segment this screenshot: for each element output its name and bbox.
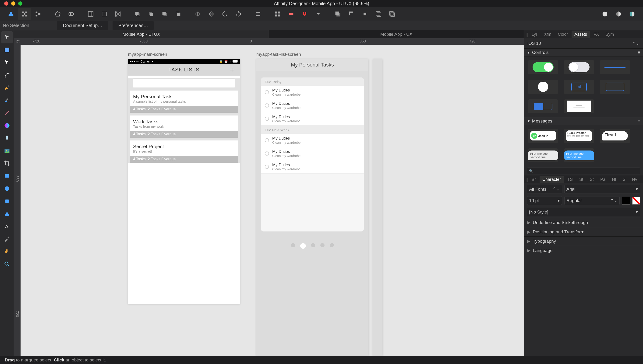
font-style-select[interactable]: [No Style]▾	[527, 208, 640, 216]
asset-message-detail[interactable]: • Jack PrestonFirst line goes can keep	[564, 129, 594, 143]
ruler-vertical[interactable]: 360 720	[14, 45, 21, 356]
close-window[interactable]	[4, 2, 9, 6]
place-image-tool-icon[interactable]	[2, 145, 13, 157]
dropdown-icon[interactable]: ⌃⌄	[632, 40, 640, 46]
app-logo-icon[interactable]	[5, 8, 17, 20]
assets-search-input[interactable]	[527, 168, 640, 174]
flip-horizontal-icon[interactable]	[192, 8, 204, 20]
view-mode-2-icon[interactable]	[612, 8, 625, 20]
toolbar-shape-icon[interactable]	[51, 8, 64, 20]
panel-tab[interactable]: Sym	[602, 30, 617, 38]
snap-bounds-icon[interactable]	[98, 8, 111, 20]
panel-tab[interactable]: Nv	[629, 176, 640, 184]
panel-tab[interactable]: Xfm	[541, 30, 554, 38]
text-bg-swatch[interactable]	[632, 197, 640, 205]
panel-tab[interactable]: Assets	[571, 30, 590, 38]
asset-switch-on[interactable]	[528, 60, 558, 74]
document-tab[interactable]: Mobile App - UI UX	[14, 30, 269, 38]
artboard-partial[interactable]	[373, 59, 382, 356]
panel-section[interactable]: ▶Language	[524, 246, 643, 255]
asset-chat-received[interactable]: First line goe second line	[528, 148, 558, 162]
preferences-button[interactable]: Preferences…	[113, 21, 154, 30]
arrange-back-icon[interactable]	[131, 8, 144, 20]
pan-tool-icon[interactable]	[2, 246, 13, 258]
grid-view-icon[interactable]	[271, 8, 284, 20]
artboard-main-screen[interactable]: Carrier ᯤ 🔒⏰ᚼ TASK LISTS ＋ My Personal T…	[128, 59, 240, 304]
fill-tool-icon[interactable]	[2, 120, 13, 132]
panel-tab[interactable]: FX	[591, 30, 602, 38]
snapping-dropdown-icon[interactable]	[312, 8, 325, 20]
panel-tab[interactable]: St	[576, 176, 586, 184]
rectangle-tool-icon[interactable]	[2, 170, 13, 182]
asset-button[interactable]	[600, 80, 630, 94]
boolean-add-icon[interactable]	[332, 8, 344, 20]
asset-message-bubble[interactable]: First l	[600, 129, 630, 143]
persona-export-icon[interactable]	[32, 8, 44, 20]
asset-message-avatar[interactable]: JPJack P	[528, 129, 558, 143]
toolbar-effects-icon[interactable]	[65, 8, 78, 20]
snap-grid-icon[interactable]	[85, 8, 97, 20]
panel-tab[interactable]: Lyr	[529, 30, 540, 38]
transparency-tool-icon[interactable]	[2, 132, 13, 144]
arrange-front-icon[interactable]	[172, 8, 185, 20]
panel-tab[interactable]: S	[620, 176, 628, 184]
canvas[interactable]: myapp-main-screen Carrier ᯤ 🔒⏰ᚼ TASK LIS…	[21, 45, 524, 356]
asset-card[interactable]: ──────── ────	[564, 100, 594, 114]
minimize-window[interactable]	[11, 2, 16, 6]
document-setup-button[interactable]: Document Setup…	[57, 21, 108, 30]
rounded-rect-tool-icon[interactable]	[2, 195, 13, 207]
color-tag-icon[interactable]	[285, 8, 297, 20]
snapping-icon[interactable]	[298, 8, 311, 20]
asset-chat-sent[interactable]: First line goe second line	[564, 148, 594, 162]
panel-tab[interactable]: Pa	[597, 176, 608, 184]
font-family-select[interactable]: Arial▾	[564, 185, 640, 194]
boolean-subtract-icon[interactable]	[345, 8, 358, 20]
node-tool-icon[interactable]	[2, 56, 13, 68]
font-filter-select[interactable]: All Fonts⌃⌄	[527, 185, 562, 194]
artboard-task-list-screen[interactable]: My Personal Tasks Due Today My DutiesCle…	[256, 59, 368, 356]
panel-tab[interactable]: St	[587, 176, 596, 184]
arrange-backward-icon[interactable]	[145, 8, 157, 20]
view-mode-3-icon[interactable]	[626, 8, 638, 20]
rotate-cw-icon[interactable]	[232, 8, 245, 20]
triangle-tool-icon[interactable]	[2, 208, 13, 220]
boolean-divide-icon[interactable]	[386, 8, 398, 20]
rotate-ccw-icon[interactable]	[219, 8, 231, 20]
panel-section[interactable]: ▶Typography	[524, 236, 643, 246]
ellipse-tool-icon[interactable]	[2, 182, 13, 194]
maximize-window[interactable]	[18, 2, 23, 6]
align-icon[interactable]	[252, 8, 264, 20]
panel-tab[interactable]: Character	[539, 176, 564, 184]
move-tool-icon[interactable]	[2, 31, 13, 44]
font-size-select[interactable]: 10 pt▾	[527, 196, 562, 205]
artboard-label[interactable]: myapp-task-list-screen	[256, 52, 301, 57]
view-mode-1-icon[interactable]	[599, 8, 611, 20]
boolean-intersect-icon[interactable]	[359, 8, 371, 20]
panel-tab[interactable]: HI	[609, 176, 619, 184]
text-tool-icon[interactable]: A	[2, 220, 13, 232]
panel-section[interactable]: ▶Underline and Strikethrough	[524, 218, 643, 227]
artboard-label[interactable]: myapp-main-screen	[128, 52, 167, 57]
boolean-xor-icon[interactable]	[372, 8, 385, 20]
asset-segmented[interactable]	[528, 100, 558, 114]
corner-tool-icon[interactable]	[2, 69, 13, 81]
eyedropper-tool-icon[interactable]	[2, 233, 13, 245]
font-weight-select[interactable]: Regular⌃⌄	[564, 196, 620, 205]
panel-tab[interactable]: Br	[529, 176, 539, 184]
text-color-swatch[interactable]	[622, 197, 630, 205]
arrange-forward-icon[interactable]	[158, 8, 171, 20]
persona-pixel-icon[interactable]	[18, 8, 31, 20]
asset-slider[interactable]	[600, 60, 630, 74]
asset-switch-off[interactable]	[564, 60, 594, 74]
document-tab[interactable]: Mobile App - UX	[269, 30, 524, 38]
snap-all-icon[interactable]	[112, 8, 124, 20]
pen-tool-icon[interactable]	[2, 82, 13, 94]
ruler-horizontal[interactable]: pt -720 -360 0 360 720	[14, 38, 524, 45]
asset-knob[interactable]	[528, 80, 558, 94]
artboard-tool-icon[interactable]	[2, 44, 13, 56]
panel-tab[interactable]: TS	[564, 176, 575, 184]
flip-vertical-icon[interactable]	[205, 8, 218, 20]
brush-tool-icon[interactable]	[2, 107, 13, 119]
assets-preset[interactable]: iOS 10	[527, 41, 541, 46]
pencil-tool-icon[interactable]	[2, 94, 13, 106]
